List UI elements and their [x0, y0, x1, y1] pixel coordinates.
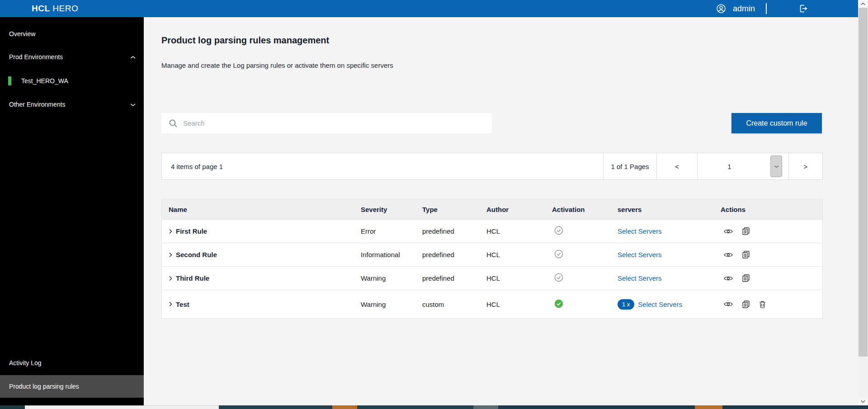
logout-icon[interactable]: [798, 4, 808, 14]
rule-name-label: Second Rule: [176, 251, 217, 259]
page-select-value: 1: [698, 163, 761, 170]
page-subtitle: Manage and create the Log parsing rules …: [161, 61, 393, 69]
chevron-down-icon: [130, 101, 136, 108]
column-header-activation: Activation: [552, 206, 618, 213]
select-servers-link[interactable]: Select Servers: [618, 274, 662, 282]
previous-page-button[interactable]: <: [656, 153, 697, 179]
edge-segment: [473, 405, 498, 409]
chevron-right-icon[interactable]: [169, 301, 172, 307]
actions-cell: [721, 227, 822, 235]
select-servers-link[interactable]: Select Servers: [618, 251, 662, 259]
check-circle-outline-icon: [552, 249, 618, 260]
table-row: Test Warning custom HCL 1 x Select Serve…: [162, 290, 822, 318]
sidebar-item-other-environments[interactable]: Other Environments: [0, 97, 144, 112]
check-circle-filled-icon: [552, 299, 618, 310]
user-divider: [766, 3, 767, 14]
search-input[interactable]: [183, 113, 492, 133]
chevron-right-icon[interactable]: [169, 276, 172, 281]
column-header-severity: Severity: [361, 206, 422, 213]
type-cell: predefined: [422, 274, 486, 282]
select-servers-link[interactable]: Select Servers: [618, 227, 662, 235]
author-cell: HCL: [486, 227, 552, 235]
rule-name-label: Test: [176, 301, 189, 308]
rule-name-cell[interactable]: Third Rule: [162, 274, 361, 282]
page-select[interactable]: 1: [697, 153, 788, 179]
scrollbar-thumb[interactable]: [859, 8, 868, 357]
scrollbar-up-arrow-icon[interactable]: [858, 0, 868, 8]
rule-name-cell[interactable]: Second Rule: [162, 251, 361, 259]
author-cell: HCL: [486, 251, 552, 259]
column-header-name: Name: [162, 206, 361, 213]
select-dropdown-arrow-icon[interactable]: [770, 155, 782, 177]
search-box: [161, 113, 492, 133]
sidebar-item-overview[interactable]: Overview: [0, 26, 144, 42]
edge-segment: [0, 405, 25, 409]
background-window-edge: [0, 405, 868, 409]
sidebar-item-label: Product log parsing rules: [9, 383, 79, 390]
chevron-up-icon: [130, 53, 136, 61]
trash-icon[interactable]: [759, 301, 766, 308]
sidebar-item-activity-log[interactable]: Activity Log: [0, 355, 144, 371]
eye-icon[interactable]: [724, 275, 733, 282]
select-servers-link[interactable]: Select Servers: [638, 301, 682, 308]
eye-icon[interactable]: [724, 252, 733, 258]
copy-icon[interactable]: [742, 301, 750, 308]
edge-segment: [722, 405, 868, 409]
person-circle-icon[interactable]: [716, 3, 726, 14]
column-header-actions: Actions: [721, 206, 822, 213]
page-title: Product log parsing rules management: [161, 35, 329, 46]
user-area: admin: [716, 0, 808, 17]
scrollbar-down-arrow-icon[interactable]: [858, 398, 868, 405]
column-header-author: Author: [486, 206, 552, 213]
server-count-badge: 1 x: [618, 299, 634, 310]
edge-segment: [498, 405, 695, 409]
sidebar-item-test-hero-wa[interactable]: Test_HERO_WA: [0, 73, 144, 89]
create-custom-rule-button[interactable]: Create custom rule: [731, 113, 822, 133]
environment-status-bar: [8, 76, 11, 85]
severity-cell: Warning: [361, 301, 422, 308]
column-header-servers: servers: [618, 206, 721, 213]
type-cell: custom: [422, 301, 486, 308]
search-icon: [169, 119, 178, 128]
table-row: First Rule Error predefined HCL Select S…: [162, 219, 822, 243]
severity-cell: Error: [361, 227, 422, 235]
author-cell: HCL: [486, 301, 552, 308]
next-page-button[interactable]: >: [788, 153, 822, 179]
copy-icon[interactable]: [742, 251, 750, 259]
pagination-bar: 4 items of page 1 1 of 1 Pages < 1 >: [161, 153, 823, 180]
sidebar-nav: Overview Prod Environments Test_HERO_WA …: [0, 17, 144, 405]
pages-count-label: 1 of 1 Pages: [603, 153, 656, 179]
chevron-right-icon[interactable]: [169, 229, 172, 234]
vertical-scrollbar[interactable]: [858, 0, 868, 405]
table-row: Third Rule Warning predefined HCL Select…: [162, 266, 822, 290]
sidebar-item-prod-environments[interactable]: Prod Environments: [0, 49, 144, 65]
eye-icon[interactable]: [724, 301, 733, 307]
eye-icon[interactable]: [724, 228, 733, 235]
edge-segment: [25, 405, 219, 409]
severity-cell: Informational: [361, 251, 422, 259]
author-cell: HCL: [486, 274, 552, 282]
check-circle-outline-icon: [552, 273, 618, 283]
top-header-bar: HCL HERO admin: [0, 0, 858, 17]
username-label: admin: [733, 4, 755, 14]
edge-segment: [219, 405, 332, 409]
rule-name-cell[interactable]: First Rule: [162, 227, 361, 235]
copy-icon[interactable]: [742, 274, 750, 282]
main-content: Product log parsing rules management Man…: [144, 17, 858, 405]
rule-name-label: First Rule: [176, 227, 207, 235]
actions-cell: [721, 301, 822, 308]
sidebar-item-product-log-parsing-rules[interactable]: Product log parsing rules: [0, 375, 144, 398]
edge-segment: [357, 405, 473, 409]
rule-name-cell[interactable]: Test: [162, 301, 361, 308]
edge-segment: [332, 405, 357, 409]
chevron-right-icon[interactable]: [169, 252, 172, 258]
table-row: Second Rule Informational predefined HCL…: [162, 243, 822, 266]
column-header-type: Type: [422, 206, 486, 213]
sidebar-item-label: Other Environments: [9, 101, 66, 108]
type-cell: predefined: [422, 227, 486, 235]
items-count-label: 4 items of page 1: [162, 153, 603, 179]
copy-icon[interactable]: [742, 227, 750, 235]
type-cell: predefined: [422, 251, 486, 259]
rule-name-label: Third Rule: [176, 274, 209, 282]
edge-segment: [695, 405, 722, 409]
